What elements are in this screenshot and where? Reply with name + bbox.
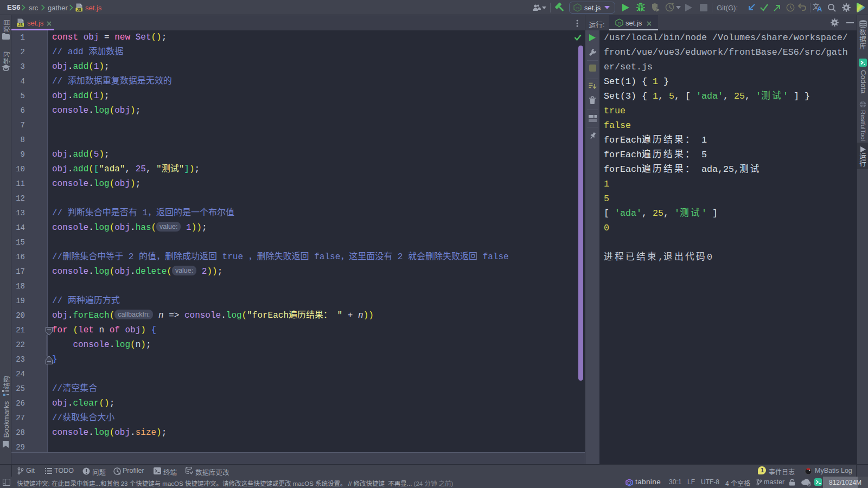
- svg-text:JS: JS: [18, 23, 23, 27]
- svg-text:JS: JS: [617, 22, 621, 25]
- svg-text:JS: JS: [77, 8, 82, 11]
- svg-text:JS: JS: [576, 7, 579, 10]
